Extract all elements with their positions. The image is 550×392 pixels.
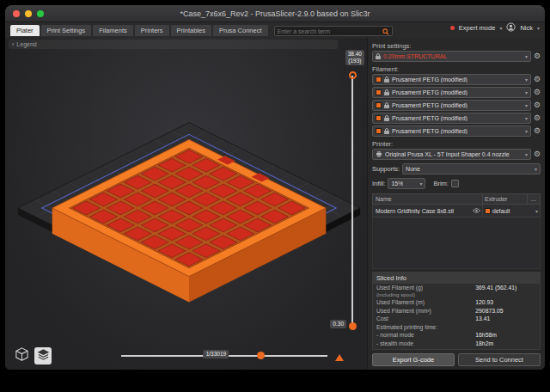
filament-gear-icon[interactable]: ⚙ — [534, 114, 541, 122]
chevron-down-icon: ▾ — [535, 166, 537, 172]
printer-row: Original Prusa XL - 5T Input Shaper 0.4 … — [372, 149, 541, 160]
supports-value: None — [406, 166, 420, 172]
layer-slider[interactable]: 38.40 (193) 0.30 — [334, 50, 365, 330]
filament-gear-icon[interactable]: ⚙ — [534, 101, 541, 109]
filament-preset-select-1[interactable]: Prusament PETG (modified) ▾ — [372, 74, 531, 85]
zoom-button[interactable] — [37, 10, 44, 17]
tab-printers[interactable]: Printers — [135, 25, 169, 36]
filament-row-5: Prusament PETG (modified) ▾ ⚙ — [372, 126, 541, 137]
filament-preset-select-5[interactable]: Prusament PETG (modified) ▾ — [372, 126, 531, 137]
filament-color-swatch[interactable] — [376, 89, 382, 95]
filament-preset-select-3[interactable]: Prusament PETG (modified) ▾ — [372, 100, 531, 111]
export-gcode-button[interactable]: Export G-code — [372, 353, 455, 366]
filament-preset-select-4[interactable]: Prusament PETG (modified) ▾ — [372, 113, 531, 124]
printer-gear-icon[interactable]: ⚙ — [534, 150, 541, 158]
tab-print-settings[interactable]: Print Settings — [41, 25, 92, 36]
tab-filaments[interactable]: Filaments — [93, 25, 133, 36]
object-list-menu-button[interactable]: ... — [527, 194, 540, 204]
supports-select[interactable]: None ▾ — [402, 163, 541, 175]
search-icon[interactable] — [382, 23, 389, 39]
legend-toggle[interactable]: ‹ Legend — [9, 40, 338, 49]
filament-row-4: Prusament PETG (modified) ▾ ⚙ — [372, 113, 541, 124]
filament-color-swatch[interactable] — [376, 77, 382, 83]
printer-icon — [376, 150, 382, 158]
filament-preset-value: Prusament PETG (modified) — [392, 89, 468, 95]
filament-preset-value: Prusament PETG (modified) — [392, 128, 468, 134]
filament-preset-value: Prusament PETG (modified) — [392, 77, 468, 83]
infill-brim-row: Infill: 15% ▾ Brim: — [372, 178, 541, 189]
print-settings-label: Print settings: — [372, 42, 541, 50]
print-settings-row: 0.20mm STRUCTURAL ▾ ⚙ — [372, 51, 541, 62]
print-preset-value: 0.20mm STRUCTURAL — [383, 53, 447, 59]
filament-color-swatch[interactable] — [376, 102, 382, 108]
lock-icon — [384, 128, 389, 135]
layer-slider-lower-handle[interactable] — [349, 322, 357, 330]
infill-select[interactable]: 15% ▾ — [388, 178, 425, 189]
supports-label: Supports: — [372, 165, 400, 173]
filament-row-2: Prusament PETG (modified) ▾ ⚙ — [372, 87, 541, 98]
filament-gear-icon[interactable]: ⚙ — [534, 89, 541, 96]
info-row-normal-mode: - normal mode 16h58m — [373, 331, 540, 339]
filament-preset-select-2[interactable]: Prusament PETG (modified) ▾ — [372, 87, 531, 98]
layer-view-button[interactable] — [34, 347, 52, 364]
info-row-used-g: Used Filament (g) (including spool) 369.… — [373, 284, 540, 298]
eye-icon[interactable] — [473, 208, 480, 214]
move-slider-tooltip: 1/33019 — [204, 350, 229, 358]
cube-icon — [14, 346, 30, 366]
chevron-down-icon: ▾ — [419, 181, 422, 187]
tab-bar: Plater Print Settings Filaments Printers… — [5, 22, 545, 38]
printer-label: Printer: — [372, 140, 541, 148]
viewport-3d-canvas[interactable] — [5, 38, 367, 370]
info-row-stealth-mode: - stealth mode 18h2m — [373, 340, 540, 347]
object-extruder-select[interactable]: default ▾ — [482, 205, 540, 217]
viewport-3d[interactable]: ‹ Legend 38.40 (193) 0.30 1/33019 — [5, 38, 368, 370]
view-mode-buttons — [13, 347, 52, 364]
mode-selector[interactable]: Expert mode — [459, 24, 496, 32]
filament-gear-icon[interactable]: ⚙ — [534, 127, 541, 135]
layer-slider-top-tooltip: 38.40 (193) — [345, 50, 364, 65]
user-name[interactable]: Nick — [520, 24, 533, 32]
brim-checkbox[interactable] — [451, 180, 459, 187]
filament-color-swatch[interactable] — [376, 128, 382, 134]
slider-end-marker[interactable] — [335, 354, 344, 361]
minimize-button[interactable] — [25, 10, 32, 17]
object-row[interactable]: Modern Gridfinity Case 8x8.stl default ▾ — [372, 205, 541, 217]
lock-icon — [376, 53, 381, 60]
column-name[interactable]: Name — [373, 196, 482, 202]
action-buttons: Export G-code Send to Connect — [372, 353, 541, 366]
3d-view-button[interactable] — [13, 347, 30, 364]
filament-row-3: Prusament PETG (modified) ▾ ⚙ — [372, 100, 541, 111]
infill-label: Infill: — [372, 180, 385, 187]
send-to-connect-button[interactable]: Send to Connect — [458, 353, 541, 366]
object-extruder-value: default — [492, 208, 510, 214]
print-settings-gear-icon[interactable]: ⚙ — [534, 52, 541, 60]
object-name: Modern Gridfinity Case 8x8.stl — [376, 208, 454, 214]
object-list: Name Extruder ... Modern Gridfinity Case… — [372, 193, 541, 269]
search-input[interactable] — [278, 28, 382, 34]
printer-preset-select[interactable]: Original Prusa XL - 5T Input Shaper 0.4 … — [372, 149, 531, 160]
search-box[interactable] — [274, 26, 393, 36]
main-content: ‹ Legend 38.40 (193) 0.30 1/33019 — [5, 38, 545, 370]
info-row-cost: Cost 13.41 — [373, 315, 540, 322]
tab-prusa-connect[interactable]: Prusa Connect — [213, 25, 268, 36]
mode-indicator-dot — [450, 26, 455, 30]
legend-caret-icon: ‹ — [12, 41, 14, 47]
layer-slider-upper-handle[interactable] — [349, 71, 357, 79]
filament-gear-icon[interactable]: ⚙ — [534, 76, 541, 83]
move-slider[interactable]: 1/33019 — [121, 347, 327, 363]
chevron-down-icon[interactable]: ▾ — [499, 25, 502, 31]
object-list-empty-area[interactable] — [372, 217, 541, 269]
filament-label: Filament: — [372, 65, 541, 73]
tab-plater[interactable]: Plater — [10, 25, 40, 36]
print-preset-select[interactable]: 0.20mm STRUCTURAL ▾ — [372, 51, 531, 62]
filament-color-swatch[interactable] — [376, 115, 382, 121]
chevron-down-icon: ▾ — [535, 208, 538, 214]
brim-label: Brim: — [433, 180, 449, 187]
settings-sidebar: Print settings: 0.20mm STRUCTURAL ▾ ⚙ Fi… — [368, 38, 545, 370]
tab-printables[interactable]: Printables — [171, 25, 211, 36]
layer-slider-track[interactable] — [351, 76, 353, 325]
column-extruder[interactable]: Extruder — [482, 194, 527, 204]
chevron-down-icon[interactable]: ▾ — [537, 25, 540, 31]
move-slider-handle[interactable] — [257, 352, 265, 359]
close-button[interactable] — [13, 10, 20, 17]
